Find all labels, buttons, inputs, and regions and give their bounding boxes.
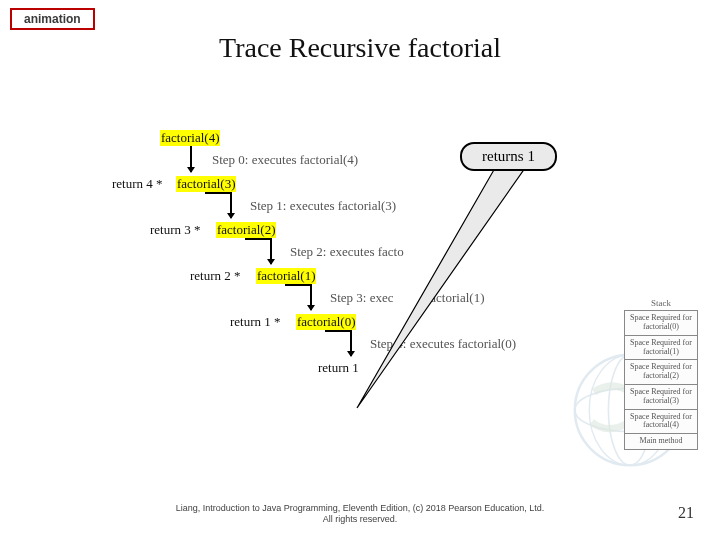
stack-cell: Space Required for factorial(0) [624, 310, 698, 336]
call-factorial-3: factorial(3) [176, 176, 236, 192]
footer-line-1: Liang, Introduction to Java Programming,… [176, 503, 545, 513]
stack-cell: Space Required for factorial(2) [624, 360, 698, 385]
hbar-1 [205, 192, 230, 194]
hbar-2 [245, 238, 270, 240]
return-1: return 1 * [230, 314, 281, 330]
callout-pointer [350, 160, 550, 420]
step-0-label: Step 0: executes factorial(4) [212, 152, 358, 168]
stack-cell: Space Required for factorial(1) [624, 336, 698, 361]
arrow-down-2 [270, 238, 272, 264]
arrow-down-0 [190, 146, 192, 172]
footer-line-2: All rights reserved. [323, 514, 398, 524]
callout-bubble: returns 1 [460, 142, 557, 171]
arrow-down-1 [230, 192, 232, 218]
svg-marker-0 [357, 168, 525, 408]
stack-cell: Space Required for factorial(3) [624, 385, 698, 410]
return-3: return 3 * [150, 222, 201, 238]
animation-badge: animation [10, 8, 95, 30]
stack-cell: Main method [624, 434, 698, 450]
hbar-4 [325, 330, 350, 332]
call-factorial-1: factorial(1) [256, 268, 316, 284]
call-factorial-2: factorial(2) [216, 222, 276, 238]
return-2: return 2 * [190, 268, 241, 284]
stack-cell: Space Required for factorial(4) [624, 410, 698, 435]
footer-citation: Liang, Introduction to Java Programming,… [0, 503, 720, 526]
stack-label: Stack [624, 298, 698, 308]
call-factorial-4: factorial(4) [160, 130, 220, 146]
call-stack: Stack Space Required for factorial(0) Sp… [624, 298, 698, 450]
return-4: return 4 * [112, 176, 163, 192]
call-factorial-0: factorial(0) [296, 314, 356, 330]
page-title: Trace Recursive factorial [0, 32, 720, 64]
page-number: 21 [678, 504, 694, 522]
hbar-3 [285, 284, 310, 286]
arrow-down-3 [310, 284, 312, 310]
